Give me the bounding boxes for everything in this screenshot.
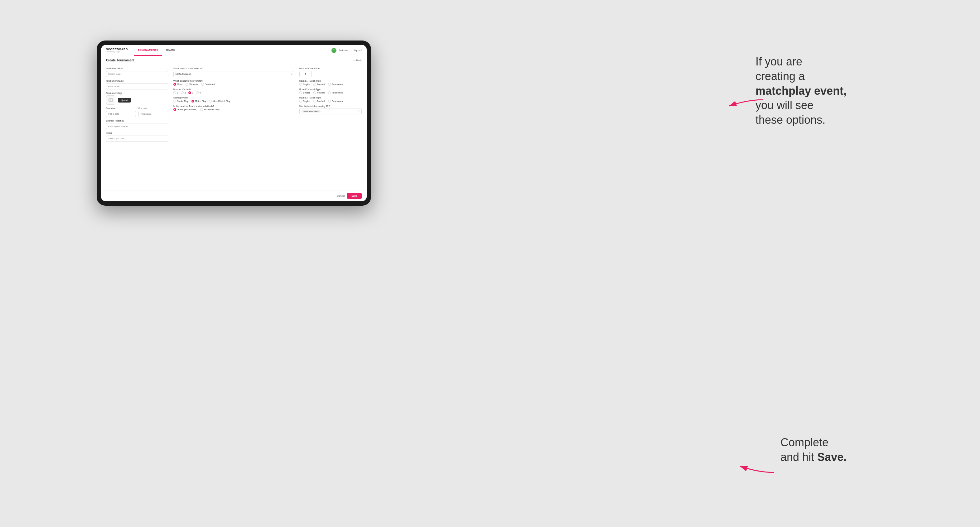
tournament-host-label: Tournament Host [106, 67, 169, 70]
division-field: Which division is the event for? NCAA Di… [173, 67, 294, 77]
round1-singles[interactable]: Singles [299, 83, 310, 86]
arrow-bottom-icon [734, 454, 777, 479]
scoring-match-radio[interactable] [191, 100, 194, 103]
tab-tournaments[interactable]: TOURNAMENTS [134, 45, 162, 56]
rounds-options: 1 2 3 4 [173, 91, 294, 94]
tab-teams[interactable]: TEAMS [162, 45, 179, 56]
teams-label: Is this event for Teams and/or Individua… [173, 105, 294, 107]
gender-womens-radio[interactable] [186, 83, 188, 86]
signout-link[interactable]: Sign out [353, 49, 362, 51]
end-date-field: End date [138, 107, 169, 117]
round3-options: Singles Fourball Foursomes [299, 100, 362, 103]
scoring-medal-radio[interactable] [209, 100, 212, 103]
round2-foursomes[interactable]: Foursomes [328, 91, 343, 94]
gender-combined-label: Combined [205, 83, 215, 86]
round-1[interactable]: 1 [173, 91, 178, 94]
gender-mens-label: Mens [177, 83, 182, 86]
form-left: Tournament Host Tournament name Tourname… [106, 67, 169, 144]
scoring-api-select[interactable]: Leaderboard King × ▾ [299, 108, 362, 114]
scoring-field: Scoring system Stroke Play Match Play [173, 97, 294, 103]
round3-foursomes-radio[interactable] [328, 100, 331, 103]
round3-foursomes-label: Foursomes [332, 100, 343, 102]
round-2-radio[interactable] [181, 91, 184, 94]
tournament-host-field: Tournament Host [106, 67, 169, 77]
individuals-option[interactable]: Individuals Only [200, 108, 219, 111]
round-3[interactable]: 3 [188, 91, 193, 94]
round1-fourball[interactable]: Fourball [313, 83, 325, 86]
division-label: Which division is the event for? [173, 67, 294, 70]
upload-button[interactable]: Upload [118, 98, 131, 103]
gender-combined[interactable]: Combined [201, 83, 215, 86]
scoring-medal-label: Medal Match Play [213, 100, 230, 102]
scoring-api-value: Leaderboard King [303, 110, 318, 112]
tag-remove-icon[interactable]: × [318, 110, 320, 112]
scoring-match-label: Match Play [195, 100, 206, 102]
scoring-label: Scoring system [173, 97, 294, 99]
individuals-label-text: Individuals Only [204, 108, 219, 111]
round-2[interactable]: 2 [181, 91, 186, 94]
back-button[interactable]: ← Back [353, 59, 362, 62]
round2-fourball-label: Fourball [317, 92, 325, 94]
round2-foursomes-radio[interactable] [328, 91, 331, 94]
round-4-radio[interactable] [196, 91, 199, 94]
gender-mens-radio[interactable] [173, 83, 176, 86]
scoring-stroke-radio[interactable] [173, 100, 176, 103]
round2-singles-radio[interactable] [299, 91, 302, 94]
gender-options: Mens Womens Combined [173, 83, 294, 86]
nav-tabs: TOURNAMENTS TEAMS [134, 45, 179, 56]
tournament-logo-label: Tournament logo [106, 92, 169, 94]
teams-label-text: Teams (+Individuals) [177, 108, 197, 111]
logo-sub: Powered by clippit [106, 51, 128, 53]
round1-foursomes-radio[interactable] [328, 83, 331, 86]
round1-singles-radio[interactable] [299, 83, 302, 86]
tournament-name-label: Tournament name [106, 80, 169, 82]
annotation-right-text: If you are creating a matchplay event, y… [756, 54, 967, 127]
round2-label: Round 2 - Match Type [299, 88, 362, 90]
scoring-match[interactable]: Match Play [191, 100, 206, 103]
sponsor-label: Sponsor (optional) [106, 120, 169, 122]
round1-fourball-radio[interactable] [313, 83, 316, 86]
start-date-input[interactable] [106, 111, 136, 117]
gender-combined-radio[interactable] [201, 83, 204, 86]
round2-fourball[interactable]: Fourball [313, 91, 325, 94]
round1-foursomes[interactable]: Foursomes [328, 83, 343, 86]
round1-match-field: Round 1 - Match Type Singles Fourball [299, 80, 362, 86]
tournament-host-input[interactable] [106, 71, 169, 77]
round3-fourball-radio[interactable] [313, 100, 316, 103]
round3-singles[interactable]: Singles [299, 100, 310, 103]
tournament-name-input[interactable] [106, 83, 169, 89]
gender-womens[interactable]: Womens [186, 83, 198, 86]
teams-radio[interactable] [173, 108, 176, 111]
round-4[interactable]: 4 [196, 91, 201, 94]
logo-area: SCOREBOARD Powered by clippit [106, 48, 128, 53]
gender-mens[interactable]: Mens [173, 83, 182, 86]
cancel-button[interactable]: Cancel [337, 194, 345, 197]
max-team-size-field: Maximum Team Size [299, 67, 362, 77]
individuals-radio[interactable] [200, 108, 203, 111]
round3-fourball[interactable]: Fourball [313, 100, 325, 103]
round3-singles-radio[interactable] [299, 100, 302, 103]
nav-right: T Test User | Sign out [331, 48, 362, 53]
scoring-api-tag: Leaderboard King × [302, 110, 321, 113]
tablet-screen: SCOREBOARD Powered by clippit TOURNAMENT… [101, 45, 367, 201]
gender-womens-label: Womens [189, 83, 198, 86]
round2-singles[interactable]: Singles [299, 91, 310, 94]
scoring-stroke[interactable]: Stroke Play [173, 100, 188, 103]
division-select[interactable]: NCAA Division I [173, 71, 294, 77]
venue-input[interactable] [106, 136, 169, 142]
sponsor-input[interactable] [106, 123, 169, 129]
round3-foursomes[interactable]: Foursomes [328, 100, 343, 103]
date-row: Start date End date [106, 107, 169, 117]
tournament-logo-field: Tournament logo Upload [106, 92, 169, 105]
start-date-label: Start date [106, 107, 136, 110]
image-icon [108, 98, 113, 102]
save-button[interactable]: Save [347, 193, 362, 199]
teams-option[interactable]: Teams (+Individuals) [173, 108, 197, 111]
round-3-radio[interactable] [188, 91, 191, 94]
end-date-input[interactable] [138, 111, 169, 117]
max-team-size-input[interactable] [299, 71, 312, 77]
round-1-radio[interactable] [173, 91, 176, 94]
round2-fourball-radio[interactable] [313, 91, 316, 94]
scoring-medal[interactable]: Medal Match Play [209, 100, 230, 103]
logo-text: SCOREBOARD [106, 48, 128, 51]
